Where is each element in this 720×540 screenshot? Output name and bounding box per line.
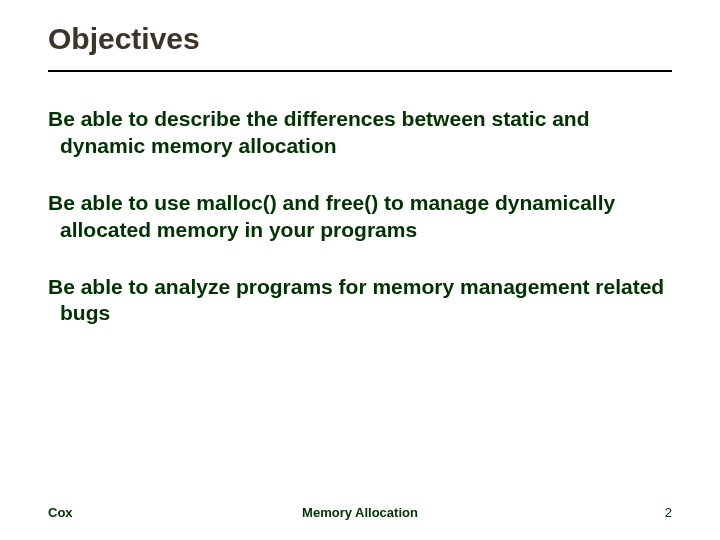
list-item: Be able to use malloc() and free() to ma…: [48, 190, 672, 244]
slide: Objectives Be able to describe the diffe…: [0, 0, 720, 540]
list-item: Be able to analyze programs for memory m…: [48, 274, 672, 328]
footer-topic: Memory Allocation: [48, 505, 672, 520]
list-item: Be able to describe the differences betw…: [48, 106, 672, 160]
slide-footer: Cox Memory Allocation 2: [48, 505, 672, 520]
objectives-list: Be able to describe the differences betw…: [48, 106, 672, 327]
title-underline: [48, 70, 672, 72]
slide-title: Objectives: [48, 22, 672, 66]
